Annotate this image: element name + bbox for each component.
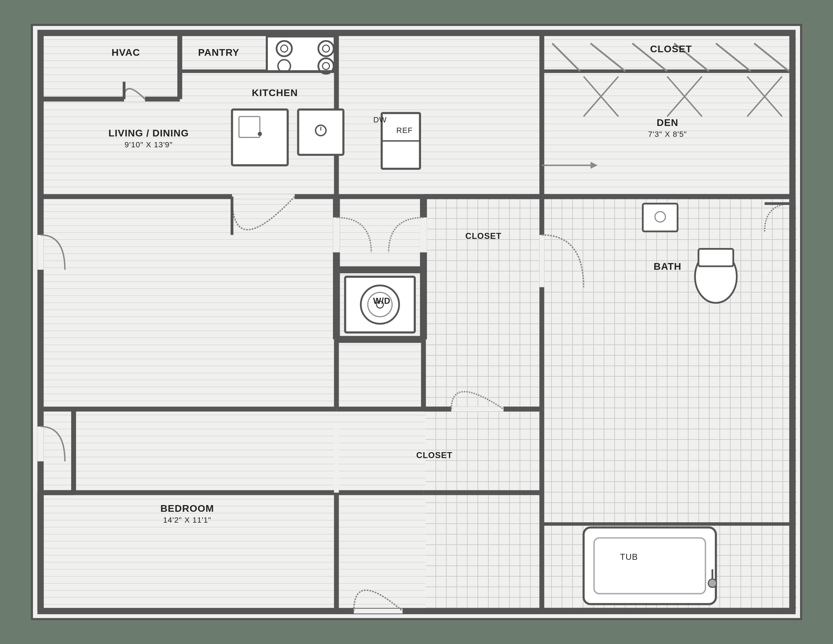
closet-top-label: CLOSET [555,43,787,55]
svg-point-76 [708,579,717,588]
svg-rect-45 [298,109,343,155]
closet-mid-label: CLOSET [429,231,538,241]
hvac-label: HVAC [91,47,161,58]
living-dining-label: LIVING / DINING 9'10" X 13'9" [79,128,219,150]
dw-label: DW [362,115,397,124]
svg-marker-87 [590,162,597,169]
bath-label: BATH [552,261,783,272]
pantry-label: PANTRY [191,47,247,58]
ref-label: REF [387,126,422,135]
floorplan: HVAC PANTRY KITCHEN CLOSET DEN 7'3" X 8'… [31,24,802,620]
den-label: DEN 7'3" X 8'5" [552,117,783,139]
svg-point-50 [258,132,262,136]
kitchen-label: KITCHEN [229,87,320,98]
closet-bot-label: CLOSET [338,450,531,460]
tub-label: TUB [594,552,664,562]
svg-rect-74 [584,528,716,604]
floorplan-svg [33,26,800,618]
svg-rect-71 [643,203,677,231]
bedroom-label: BEDROOM 14'2" X 11'1" [64,503,310,525]
wd-label: W/D [349,296,415,306]
